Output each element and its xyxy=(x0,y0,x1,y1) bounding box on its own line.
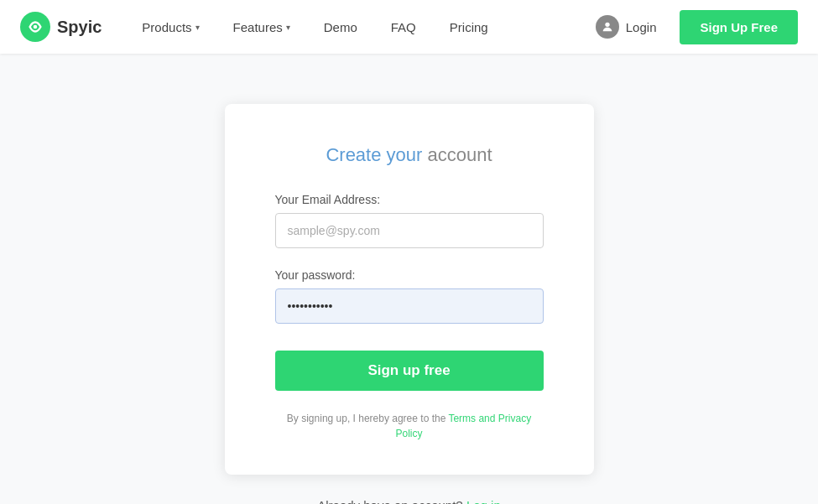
signup-button[interactable]: Sign Up Free xyxy=(680,10,798,44)
features-chevron-icon: ▾ xyxy=(286,23,290,32)
password-group: Your password: xyxy=(275,268,544,324)
submit-button[interactable]: Sign up free xyxy=(275,351,544,391)
nav-features[interactable]: Features ▾ xyxy=(220,13,304,41)
password-input[interactable] xyxy=(275,288,544,324)
terms-text: By signing up, I hereby agree to the Ter… xyxy=(275,411,544,441)
nav-demo[interactable]: Demo xyxy=(310,13,371,41)
signup-card: Create your account Your Email Address: … xyxy=(225,104,594,475)
nav-products[interactable]: Products ▾ xyxy=(128,13,212,41)
nav-pricing[interactable]: Pricing xyxy=(436,13,502,41)
nav-faq[interactable]: FAQ xyxy=(378,13,430,41)
email-input[interactable] xyxy=(275,213,544,248)
main-nav: Products ▾ Features ▾ Demo FAQ Pricing xyxy=(128,13,581,41)
user-icon xyxy=(596,15,619,39)
password-label: Your password: xyxy=(275,268,544,282)
header: Spyic Products ▾ Features ▾ Demo FAQ Pri… xyxy=(0,0,818,54)
logo-text: Spyic xyxy=(57,18,102,37)
logo[interactable]: Spyic xyxy=(20,12,102,42)
email-group: Your Email Address: xyxy=(275,193,544,248)
login-link[interactable]: Login xyxy=(582,8,670,45)
card-title: Create your account xyxy=(275,144,544,166)
main-content: Create your account Your Email Address: … xyxy=(0,54,818,504)
email-label: Your Email Address: xyxy=(275,193,544,206)
svg-point-0 xyxy=(34,25,38,29)
svg-point-1 xyxy=(605,23,609,27)
logo-icon xyxy=(20,12,50,42)
already-account-text: Already have an account? Log in xyxy=(317,498,501,504)
products-chevron-icon: ▾ xyxy=(195,23,200,32)
nav-right: Login Sign Up Free xyxy=(582,8,798,45)
log-in-link[interactable]: Log in xyxy=(466,498,501,504)
